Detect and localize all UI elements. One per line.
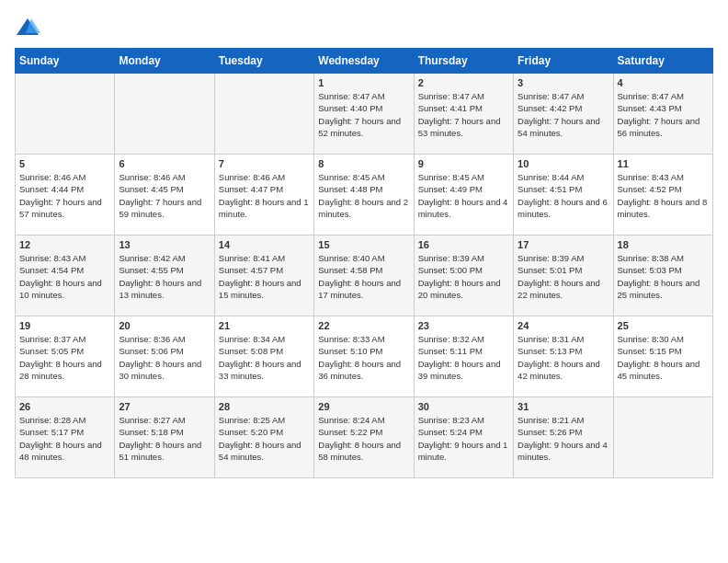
day-number: 14 [219, 239, 310, 250]
calendar-cell [16, 74, 115, 155]
day-info: Sunrise: 8:42 AM Sunset: 4:55 PM Dayligh… [119, 252, 210, 301]
day-number: 29 [318, 401, 409, 412]
day-info: Sunrise: 8:27 AM Sunset: 5:18 PM Dayligh… [119, 414, 210, 463]
calendar-cell: 8Sunrise: 8:45 AM Sunset: 4:48 PM Daylig… [314, 155, 414, 236]
day-info: Sunrise: 8:47 AM Sunset: 4:42 PM Dayligh… [518, 90, 609, 139]
calendar-cell: 31Sunrise: 8:21 AM Sunset: 5:26 PM Dayli… [514, 397, 613, 478]
day-number: 16 [418, 239, 509, 250]
calendar-cell: 18Sunrise: 8:38 AM Sunset: 5:03 PM Dayli… [613, 236, 712, 316]
week-row-0: 1Sunrise: 8:47 AM Sunset: 4:40 PM Daylig… [16, 74, 713, 155]
day-info: Sunrise: 8:34 AM Sunset: 5:08 PM Dayligh… [219, 333, 310, 382]
day-number: 31 [518, 401, 609, 412]
calendar-cell: 2Sunrise: 8:47 AM Sunset: 4:41 PM Daylig… [414, 74, 513, 155]
calendar-cell: 27Sunrise: 8:27 AM Sunset: 5:18 PM Dayli… [115, 397, 214, 478]
day-number: 28 [219, 401, 310, 412]
day-info: Sunrise: 8:32 AM Sunset: 5:11 PM Dayligh… [418, 333, 509, 382]
day-number: 27 [119, 401, 210, 412]
day-info: Sunrise: 8:46 AM Sunset: 4:44 PM Dayligh… [19, 171, 110, 220]
day-info: Sunrise: 8:47 AM Sunset: 4:40 PM Dayligh… [318, 90, 409, 139]
day-number: 10 [518, 158, 609, 169]
calendar-cell: 19Sunrise: 8:37 AM Sunset: 5:05 PM Dayli… [16, 316, 115, 397]
day-number: 5 [19, 158, 110, 169]
header-day-saturday: Saturday [613, 49, 712, 74]
calendar-cell: 26Sunrise: 8:28 AM Sunset: 5:17 PM Dayli… [16, 397, 115, 478]
calendar-cell: 10Sunrise: 8:44 AM Sunset: 4:51 PM Dayli… [514, 155, 613, 236]
calendar-cell: 20Sunrise: 8:36 AM Sunset: 5:06 PM Dayli… [115, 316, 214, 397]
day-number: 11 [618, 158, 709, 169]
day-number: 7 [219, 158, 310, 169]
calendar-cell: 15Sunrise: 8:40 AM Sunset: 4:58 PM Dayli… [314, 236, 414, 316]
day-info: Sunrise: 8:45 AM Sunset: 4:49 PM Dayligh… [418, 171, 509, 220]
day-number: 20 [119, 320, 210, 331]
day-info: Sunrise: 8:47 AM Sunset: 4:41 PM Dayligh… [418, 90, 509, 139]
calendar-cell: 3Sunrise: 8:47 AM Sunset: 4:42 PM Daylig… [514, 74, 613, 155]
header-day-thursday: Thursday [414, 49, 513, 74]
day-info: Sunrise: 8:47 AM Sunset: 4:43 PM Dayligh… [618, 90, 709, 139]
day-number: 30 [418, 401, 509, 412]
header-day-friday: Friday [514, 49, 613, 74]
day-info: Sunrise: 8:25 AM Sunset: 5:20 PM Dayligh… [219, 414, 310, 463]
day-info: Sunrise: 8:39 AM Sunset: 5:00 PM Dayligh… [418, 252, 509, 301]
header-day-sunday: Sunday [16, 49, 115, 74]
calendar-cell: 6Sunrise: 8:46 AM Sunset: 4:45 PM Daylig… [115, 155, 214, 236]
day-number: 15 [318, 239, 409, 250]
day-info: Sunrise: 8:21 AM Sunset: 5:26 PM Dayligh… [518, 414, 609, 463]
day-number: 9 [418, 158, 509, 169]
week-row-2: 12Sunrise: 8:43 AM Sunset: 4:54 PM Dayli… [16, 236, 713, 316]
day-number: 25 [618, 320, 709, 331]
day-info: Sunrise: 8:41 AM Sunset: 4:57 PM Dayligh… [219, 252, 310, 301]
day-info: Sunrise: 8:40 AM Sunset: 4:58 PM Dayligh… [318, 252, 409, 301]
day-info: Sunrise: 8:46 AM Sunset: 4:47 PM Dayligh… [219, 171, 310, 220]
day-info: Sunrise: 8:39 AM Sunset: 5:01 PM Dayligh… [518, 252, 609, 301]
calendar-cell: 12Sunrise: 8:43 AM Sunset: 4:54 PM Dayli… [16, 236, 115, 316]
day-info: Sunrise: 8:44 AM Sunset: 4:51 PM Dayligh… [518, 171, 609, 220]
calendar-cell: 7Sunrise: 8:46 AM Sunset: 4:47 PM Daylig… [214, 155, 313, 236]
header-day-wednesday: Wednesday [314, 49, 414, 74]
calendar-cell: 5Sunrise: 8:46 AM Sunset: 4:44 PM Daylig… [16, 155, 115, 236]
day-number: 22 [318, 320, 409, 331]
day-number: 1 [318, 77, 409, 88]
day-number: 8 [318, 158, 409, 169]
day-info: Sunrise: 8:36 AM Sunset: 5:06 PM Dayligh… [119, 333, 210, 382]
day-number: 19 [19, 320, 110, 331]
logo [15, 15, 44, 40]
day-number: 18 [618, 239, 709, 250]
day-info: Sunrise: 8:28 AM Sunset: 5:17 PM Dayligh… [19, 414, 110, 463]
calendar-cell: 21Sunrise: 8:34 AM Sunset: 5:08 PM Dayli… [214, 316, 313, 397]
day-number: 12 [19, 239, 110, 250]
day-info: Sunrise: 8:24 AM Sunset: 5:22 PM Dayligh… [318, 414, 409, 463]
calendar-cell: 17Sunrise: 8:39 AM Sunset: 5:01 PM Dayli… [514, 236, 613, 316]
calendar-cell: 13Sunrise: 8:42 AM Sunset: 4:55 PM Dayli… [115, 236, 214, 316]
calendar-cell: 28Sunrise: 8:25 AM Sunset: 5:20 PM Dayli… [214, 397, 313, 478]
page-header [15, 15, 713, 40]
day-number: 26 [19, 401, 110, 412]
week-row-1: 5Sunrise: 8:46 AM Sunset: 4:44 PM Daylig… [16, 155, 713, 236]
logo-icon [15, 15, 40, 40]
calendar-cell: 29Sunrise: 8:24 AM Sunset: 5:22 PM Dayli… [314, 397, 414, 478]
day-info: Sunrise: 8:30 AM Sunset: 5:15 PM Dayligh… [618, 333, 709, 382]
calendar-cell: 1Sunrise: 8:47 AM Sunset: 4:40 PM Daylig… [314, 74, 414, 155]
header-day-tuesday: Tuesday [214, 49, 313, 74]
calendar-table: SundayMondayTuesdayWednesdayThursdayFrid… [15, 48, 713, 478]
calendar-cell: 23Sunrise: 8:32 AM Sunset: 5:11 PM Dayli… [414, 316, 513, 397]
day-number: 6 [119, 158, 210, 169]
day-number: 3 [518, 77, 609, 88]
day-number: 2 [418, 77, 509, 88]
calendar-cell: 16Sunrise: 8:39 AM Sunset: 5:00 PM Dayli… [414, 236, 513, 316]
calendar-cell: 24Sunrise: 8:31 AM Sunset: 5:13 PM Dayli… [514, 316, 613, 397]
calendar-cell: 25Sunrise: 8:30 AM Sunset: 5:15 PM Dayli… [613, 316, 712, 397]
day-info: Sunrise: 8:38 AM Sunset: 5:03 PM Dayligh… [618, 252, 709, 301]
day-number: 17 [518, 239, 609, 250]
day-number: 24 [518, 320, 609, 331]
header-row: SundayMondayTuesdayWednesdayThursdayFrid… [16, 49, 713, 74]
day-number: 21 [219, 320, 310, 331]
week-row-4: 26Sunrise: 8:28 AM Sunset: 5:17 PM Dayli… [16, 397, 713, 478]
calendar-cell: 4Sunrise: 8:47 AM Sunset: 4:43 PM Daylig… [613, 74, 712, 155]
day-info: Sunrise: 8:45 AM Sunset: 4:48 PM Dayligh… [318, 171, 409, 220]
day-info: Sunrise: 8:43 AM Sunset: 4:52 PM Dayligh… [618, 171, 709, 220]
day-number: 4 [618, 77, 709, 88]
day-info: Sunrise: 8:37 AM Sunset: 5:05 PM Dayligh… [19, 333, 110, 382]
calendar-cell [115, 74, 214, 155]
day-number: 23 [418, 320, 509, 331]
week-row-3: 19Sunrise: 8:37 AM Sunset: 5:05 PM Dayli… [16, 316, 713, 397]
